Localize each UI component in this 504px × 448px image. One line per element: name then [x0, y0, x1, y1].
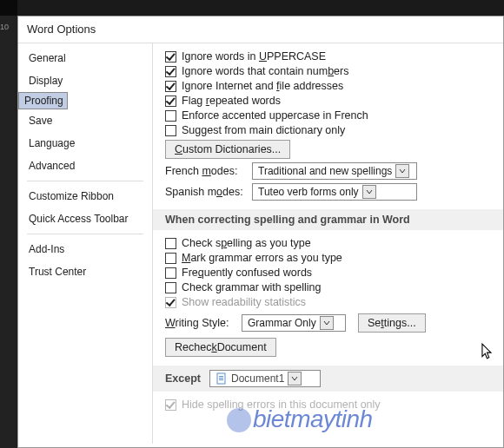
lbl-accented: Enforce accented uppercase in French	[182, 109, 368, 122]
checkbox-flag-repeated[interactable]	[165, 96, 176, 107]
lbl-grammar-as-type: Mark grammar errors as you type	[182, 252, 342, 264]
lbl-ignore-uppercase: Ignore words in UPPERCASE	[182, 50, 326, 63]
settings-button[interactable]: Settings...	[358, 313, 426, 333]
lbl-readability: Show readability statistics	[182, 296, 306, 308]
checkbox-ignore-internet[interactable]	[165, 81, 176, 92]
checkbox-hide-spelling[interactable]	[165, 399, 176, 411]
svg-rect-3	[219, 379, 223, 380]
sidebar-item-general[interactable]: General	[18, 47, 152, 69]
lbl-spell-as-type: Check spelling as you type	[182, 237, 311, 249]
chevron-down-icon	[320, 316, 334, 330]
content-panel: Ignore words in UPPERCASE Ignore words t…	[153, 43, 503, 444]
checkbox-ignore-numbers[interactable]	[165, 66, 176, 77]
checkbox-confused[interactable]	[165, 267, 176, 279]
checkbox-accented[interactable]	[165, 110, 176, 122]
lbl-ignore-internet: Ignore Internet and file addresses	[182, 80, 343, 92]
sidebar-item-customize-ribbon[interactable]: Customize Ribbon	[18, 185, 152, 208]
sidebar-item-addins[interactable]: Add-Ins	[18, 238, 152, 260]
checkbox-grammar-as-type[interactable]	[165, 253, 176, 264]
checkbox-ignore-uppercase[interactable]	[165, 51, 176, 63]
french-modes-select[interactable]: Traditional and new spellings	[252, 162, 417, 180]
checkbox-readability	[165, 297, 176, 308]
section-grammar-heading: When correcting spelling and grammar in …	[153, 209, 503, 230]
writing-style-select[interactable]: Grammar Only	[242, 314, 346, 332]
dialog-title: Word Options	[18, 16, 503, 43]
checkbox-main-dict[interactable]	[165, 125, 176, 136]
svg-rect-2	[219, 378, 223, 379]
recheck-document-button[interactable]: Recheck Document	[165, 338, 276, 357]
word-options-dialog: Word Options General Display Proofing Sa…	[17, 16, 504, 448]
spanish-modes-select[interactable]: Tuteo verb forms only	[252, 183, 417, 201]
sidebar-item-proofing[interactable]: Proofing	[18, 92, 68, 109]
sidebar-item-advanced[interactable]: Advanced	[18, 155, 152, 177]
sidebar-item-trust[interactable]: Trust Center	[18, 260, 152, 283]
document-icon	[216, 372, 228, 385]
chevron-down-icon	[288, 372, 302, 385]
checkbox-spell-as-type[interactable]	[165, 238, 176, 249]
custom-dictionaries-button[interactable]: Custom Dictionaries...	[165, 140, 290, 159]
sidebar-item-display[interactable]: Display	[18, 69, 152, 92]
sidebar: General Display Proofing Save Language A…	[18, 43, 153, 444]
lbl-flag-repeated: Flag repeated words	[182, 95, 281, 107]
checkbox-grammar-spelling[interactable]	[165, 282, 176, 293]
lbl-hide-spelling: Hide spelling errors in this document on…	[182, 399, 381, 411]
lbl-main-dict: Suggest from main dictionary only	[182, 124, 345, 136]
svg-rect-1	[219, 376, 223, 377]
section-exceptions-heading: Except Document1	[153, 366, 503, 392]
ruler-margin: 10	[0, 16, 17, 448]
writing-style-label: Writing Style:	[165, 317, 242, 329]
spanish-modes-label: Spanish modes:	[165, 186, 252, 198]
lbl-confused: Frequently confused words	[182, 267, 312, 279]
lbl-ignore-numbers: Ignore words that contain numbers	[182, 65, 348, 77]
sidebar-item-language[interactable]: Language	[18, 132, 152, 155]
sidebar-item-qat[interactable]: Quick Access Toolbar	[18, 208, 152, 230]
chevron-down-icon	[362, 185, 376, 199]
french-modes-label: French modes:	[165, 165, 252, 177]
lbl-grammar-spelling: Check grammar with spelling	[182, 281, 321, 293]
sidebar-item-save[interactable]: Save	[18, 109, 152, 132]
chevron-down-icon	[395, 164, 409, 178]
exceptions-doc-select[interactable]: Document1	[209, 370, 321, 387]
